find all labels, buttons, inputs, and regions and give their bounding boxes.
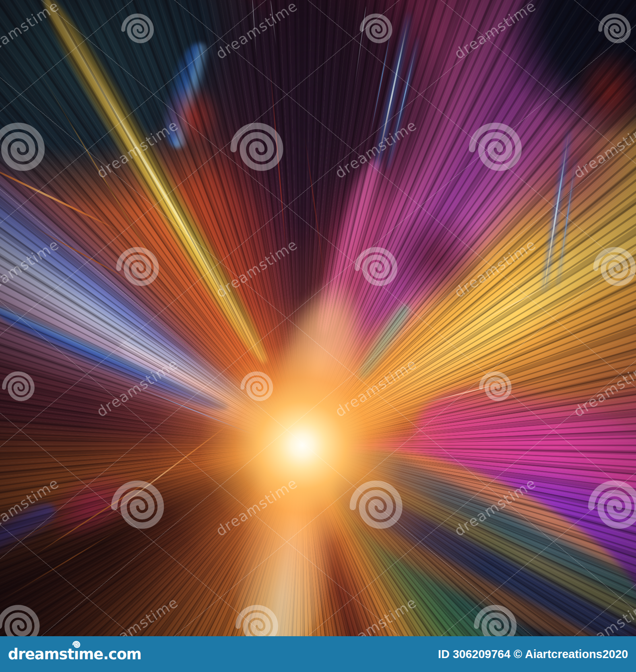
stock-photo-preview: dreamstimedreamstimedreamstimedreamstime… bbox=[0, 0, 636, 672]
logo-text-post: me.com bbox=[79, 647, 142, 662]
dreamstime-logo: dreamstıme.com bbox=[8, 647, 141, 662]
watermark-footer-bar: dreamstıme.com ID 306209764 © Aiartcreat… bbox=[0, 636, 636, 672]
logo-text-pre: dreamst bbox=[8, 647, 74, 662]
logo-letter-i: ı bbox=[74, 647, 79, 662]
stock-photo-image bbox=[0, 0, 636, 636]
image-id-text: ID 306209764 © Aiartcreations2020 bbox=[438, 648, 628, 661]
vignette bbox=[0, 0, 636, 636]
logo-spiral-icon bbox=[72, 641, 80, 649]
